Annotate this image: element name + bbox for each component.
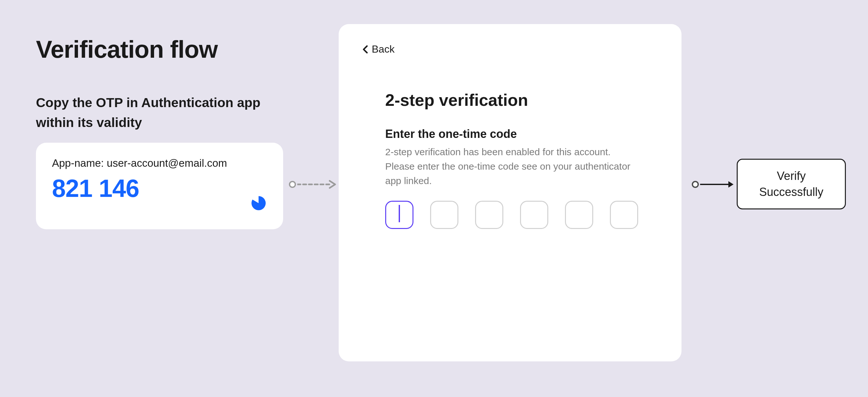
verify-success-text: Verify Successfully [759,168,824,200]
otp-input-4[interactable] [520,201,548,229]
page-subtitle: Copy the OTP in Authentication app withi… [36,93,293,132]
verify-success-box: Verify Successfully [737,159,846,209]
otp-input-3[interactable] [475,201,503,229]
chevron-left-icon [363,45,368,54]
flow-arrow-dashed [289,179,337,189]
authenticator-otp-card: App-name: user-account@email.com 821 146 [36,143,283,229]
back-label: Back [372,43,395,55]
verification-description: 2-step verification has been enabled for… [385,145,636,188]
verification-subheading: Enter the one-time code [385,127,657,141]
otp-input-5[interactable] [565,201,593,229]
verification-card: Back 2-step verification Enter the one-t… [339,24,682,361]
otp-input-6[interactable] [610,201,638,229]
otp-timer-icon [250,195,267,212]
verification-heading: 2-step verification [385,91,657,110]
back-button[interactable]: Back [363,43,395,55]
flow-arrow-solid [692,179,736,189]
page-title: Verification flow [36,35,218,63]
otp-code-value: 821 146 [52,174,267,203]
otp-input-1[interactable]: | [385,201,413,229]
otp-account-label: App-name: user-account@email.com [52,157,267,169]
otp-input-group: | [385,201,657,229]
otp-input-2[interactable] [430,201,458,229]
